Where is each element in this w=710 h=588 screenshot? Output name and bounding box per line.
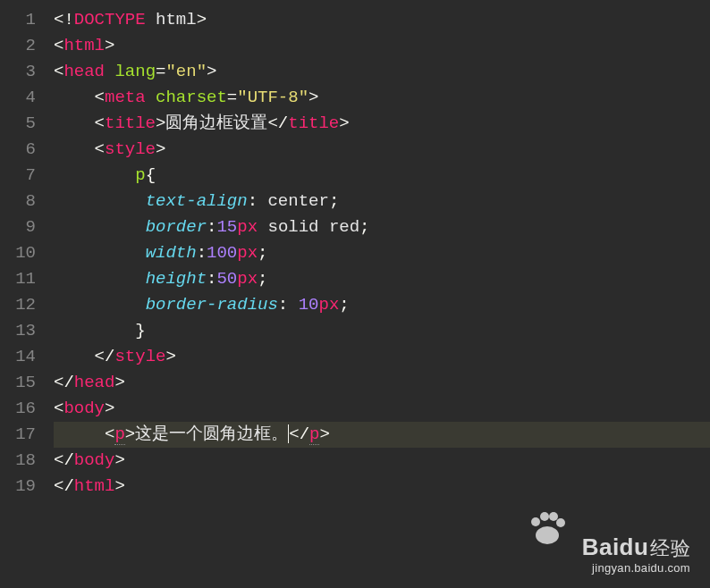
code-line[interactable]: </body> <box>54 448 710 474</box>
line-number: 7 <box>5 163 36 189</box>
code-line[interactable]: <head lang="en"> <box>54 59 710 85</box>
line-number: 6 <box>5 137 36 163</box>
line-number: 12 <box>5 292 36 318</box>
line-number: 19 <box>5 474 36 500</box>
code-line[interactable]: </head> <box>54 370 710 396</box>
code-line-active[interactable]: <p>这是一个圆角边框。</p> <box>54 422 710 448</box>
line-number: 15 <box>5 370 36 396</box>
code-line[interactable]: p{ <box>54 163 710 189</box>
svg-point-4 <box>556 518 565 527</box>
code-line[interactable]: </html> <box>54 474 710 500</box>
watermark-cn: 经验 <box>650 537 690 559</box>
code-line[interactable]: <body> <box>54 396 710 422</box>
code-line[interactable]: border:15px solid red; <box>54 214 710 240</box>
code-line[interactable]: } <box>54 318 710 344</box>
svg-point-1 <box>531 517 540 526</box>
line-number: 1 <box>5 7 36 33</box>
code-line[interactable]: <!DOCTYPE html> <box>54 7 710 33</box>
line-number: 8 <box>5 189 36 214</box>
svg-point-3 <box>549 512 558 521</box>
svg-point-0 <box>536 526 559 544</box>
code-line[interactable]: height:50px; <box>54 266 710 292</box>
line-number: 2 <box>5 33 36 59</box>
line-number: 10 <box>5 240 36 266</box>
code-line[interactable]: <title>圆角边框设置</title> <box>54 111 710 137</box>
code-line[interactable]: text-align: center; <box>54 189 710 214</box>
line-number: 3 <box>5 59 36 85</box>
code-line[interactable]: <html> <box>54 33 710 59</box>
line-number: 16 <box>5 396 36 422</box>
line-number: 9 <box>5 214 36 240</box>
code-line[interactable]: <style> <box>54 137 710 163</box>
watermark-url: jingyan.baidu.com <box>582 561 690 575</box>
code-line[interactable]: <meta charset="UTF-8"> <box>54 85 710 111</box>
code-line[interactable]: width:100px; <box>54 240 710 266</box>
code-area[interactable]: <!DOCTYPE html> <html> <head lang="en"> … <box>45 0 710 588</box>
line-number: 11 <box>5 266 36 292</box>
line-number: 4 <box>5 85 36 111</box>
line-number: 14 <box>5 344 36 370</box>
line-number: 5 <box>5 111 36 137</box>
watermark-brand: Baidu <box>582 533 649 560</box>
code-line[interactable]: </style> <box>54 344 710 370</box>
svg-point-2 <box>540 512 549 521</box>
line-number: 13 <box>5 318 36 344</box>
paw-icon <box>528 510 567 550</box>
line-number-gutter: 1 2 3 4 5 6 7 8 9 10 11 12 13 14 15 16 1… <box>0 0 45 588</box>
code-editor[interactable]: 1 2 3 4 5 6 7 8 9 10 11 12 13 14 15 16 1… <box>0 0 710 588</box>
line-number: 18 <box>5 448 36 474</box>
line-number: 17 <box>5 422 36 448</box>
watermark: Baidu经验 jingyan.baidu.com <box>582 533 690 575</box>
code-line[interactable]: border-radius: 10px; <box>54 292 710 318</box>
